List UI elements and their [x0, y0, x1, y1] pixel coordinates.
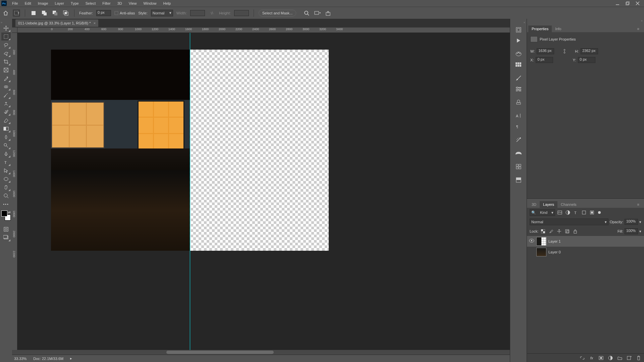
eraser-tool[interactable] — [1, 116, 11, 124]
layer-row[interactable]: Layer 0 — [527, 247, 644, 257]
menu-layer[interactable]: Layer — [51, 0, 67, 7]
menu-3d[interactable]: 3D — [114, 0, 125, 7]
visibility-toggle[interactable] — [529, 239, 534, 244]
ruler-origin[interactable] — [12, 27, 17, 33]
lock-artboard-icon[interactable] — [564, 228, 571, 235]
close-tab-icon[interactable]: × — [94, 21, 96, 25]
color-panel-icon[interactable] — [513, 49, 525, 59]
character-panel-icon[interactable]: A — [513, 111, 525, 121]
lock-paint-icon[interactable] — [548, 228, 554, 235]
tab-info[interactable]: Info — [552, 25, 565, 32]
frame-tool[interactable] — [1, 66, 11, 74]
vertical-ruler[interactable]: 200 400 600 800 1000 1200 1400 1600 1800… — [12, 33, 17, 350]
brush-settings-panel-icon[interactable] — [513, 135, 525, 145]
menu-window[interactable]: Window — [140, 0, 160, 7]
lasso-tool[interactable] — [1, 41, 11, 49]
height-input[interactable]: 2362 px — [581, 48, 598, 54]
document-tab[interactable]: 011-Uebele.jpg @ 33.3% (Layer 1, RGB/8) … — [15, 19, 98, 27]
zoom-value[interactable]: 33.33% — [14, 357, 26, 361]
eyedropper-tool[interactable] — [1, 74, 11, 82]
link-wh-icon[interactable] — [561, 48, 568, 54]
pen-tool[interactable] — [1, 150, 11, 158]
swatches-panel-icon[interactable] — [513, 60, 525, 70]
home-button[interactable] — [2, 9, 9, 17]
horizontal-ruler[interactable]: 0 200 400 600 800 1000 1200 1400 1600 18… — [17, 27, 510, 33]
gradient-tool[interactable] — [1, 125, 11, 133]
layer-mask-icon[interactable] — [598, 355, 604, 361]
history-panel-icon[interactable] — [513, 25, 525, 35]
opacity-input[interactable]: 100% — [625, 219, 638, 225]
brush-tool[interactable] — [1, 91, 11, 99]
paragraph-panel-icon[interactable]: ¶ — [513, 121, 525, 131]
actions-panel-icon[interactable] — [513, 36, 525, 46]
healing-tool[interactable] — [1, 83, 11, 91]
screenmode-icon[interactable]: ▾ — [314, 9, 321, 17]
layer-thumbnail[interactable] — [536, 237, 546, 246]
menu-image[interactable]: Image — [35, 0, 52, 7]
width-input[interactable]: 1636 px — [537, 48, 554, 54]
selection-subtract-icon[interactable] — [51, 9, 59, 17]
fill-input[interactable]: 100% — [625, 228, 638, 234]
feather-input[interactable]: 0 px — [96, 10, 111, 16]
layer-name[interactable]: Layer 1 — [548, 239, 561, 243]
crop-tool[interactable] — [1, 58, 11, 66]
filter-pixel-icon[interactable] — [556, 209, 563, 216]
lock-trans-icon[interactable] — [540, 228, 546, 235]
new-layer-icon[interactable] — [626, 355, 633, 361]
edit-toolbar[interactable]: ••• — [1, 200, 11, 208]
select-and-mask-button[interactable]: Select and Mask... — [259, 10, 297, 16]
window-close-button[interactable] — [633, 0, 643, 7]
blend-mode-select[interactable]: Normal▾ — [530, 219, 608, 225]
menu-help[interactable]: Help — [160, 0, 174, 7]
tab-properties[interactable]: Properties — [528, 25, 552, 32]
lock-pos-icon[interactable] — [556, 228, 562, 235]
adjustment-layer-icon[interactable] — [607, 355, 614, 361]
quickmask-toggle[interactable] — [1, 225, 11, 233]
canvas-viewport[interactable] — [17, 33, 510, 350]
panel-menu-icon[interactable]: ≡ — [634, 25, 643, 32]
tab-channels[interactable]: Channels — [557, 201, 580, 208]
horizontal-scrollbar[interactable] — [12, 350, 510, 355]
libraries-panel-icon[interactable] — [513, 148, 525, 158]
tab-3d[interactable]: 3D — [528, 201, 540, 208]
clone-stamp-tool[interactable] — [1, 100, 11, 108]
learn-panel-icon[interactable] — [513, 97, 525, 107]
menu-file[interactable]: File — [9, 0, 21, 7]
delete-layer-icon[interactable] — [635, 355, 642, 361]
menu-view[interactable]: View — [125, 0, 140, 7]
hand-tool[interactable] — [1, 183, 11, 191]
zoom-tool[interactable] — [1, 192, 11, 200]
x-input[interactable]: 0 px — [536, 57, 553, 63]
gradients-panel-icon[interactable] — [513, 175, 525, 185]
history-brush-tool[interactable] — [1, 108, 11, 116]
path-select-tool[interactable] — [1, 167, 11, 175]
status-arrow-icon[interactable]: ▸ — [70, 356, 72, 361]
search-icon[interactable] — [303, 9, 310, 17]
layer-fx-icon[interactable]: fx — [588, 355, 595, 361]
adjustments-panel-icon[interactable] — [513, 73, 525, 83]
color-swatches[interactable]: ⇄ — [1, 210, 11, 221]
selection-intersect-icon[interactable] — [62, 9, 69, 17]
type-tool[interactable]: T — [1, 158, 11, 166]
patterns-panel-icon[interactable] — [513, 162, 525, 172]
menu-select[interactable]: Select — [82, 0, 99, 7]
menu-edit[interactable]: Edit — [21, 0, 35, 7]
share-icon[interactable] — [324, 9, 332, 17]
filter-shape-icon[interactable] — [581, 209, 587, 216]
foreground-color[interactable] — [1, 210, 7, 217]
link-layers-icon[interactable] — [579, 355, 586, 361]
dodge-tool[interactable] — [1, 141, 11, 149]
filter-adjust-icon[interactable] — [565, 209, 571, 216]
filter-smart-icon[interactable] — [589, 209, 595, 216]
visibility-toggle[interactable] — [529, 249, 534, 255]
styles-panel-icon[interactable] — [513, 84, 525, 94]
y-input[interactable]: 0 px — [578, 57, 595, 63]
filter-type-icon[interactable]: T — [573, 209, 579, 216]
swap-colors-icon[interactable]: ⇄ — [8, 210, 11, 214]
tab-layers[interactable]: Layers — [540, 201, 557, 208]
menu-filter[interactable]: Filter — [99, 0, 114, 7]
quick-select-tool[interactable] — [1, 49, 11, 57]
shape-tool[interactable] — [1, 175, 11, 183]
move-tool[interactable] — [1, 24, 11, 32]
selection-new-icon[interactable] — [30, 9, 37, 17]
